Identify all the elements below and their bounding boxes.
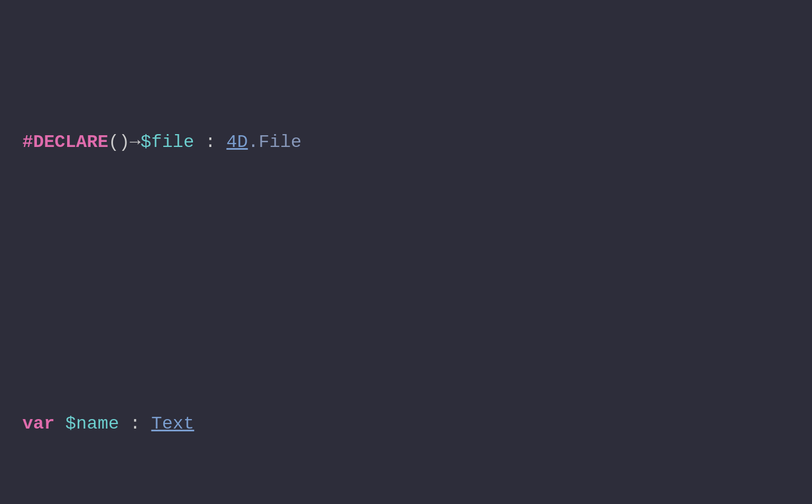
kw-var: var xyxy=(22,413,55,434)
type-text: Text xyxy=(151,413,194,434)
declare-keyword: #DECLARE xyxy=(22,132,108,153)
type-4d: 4D xyxy=(226,132,248,153)
line-declare: #DECLARE()→$file : 4D.File xyxy=(22,127,790,158)
var-file: $file xyxy=(140,132,194,153)
code-editor: #DECLARE()→$file : 4D.File var $name : T… xyxy=(22,17,790,504)
line-var-name: var $name : Text xyxy=(22,409,790,439)
var-name: $name xyxy=(65,413,119,434)
line-blank-1 xyxy=(22,268,790,298)
